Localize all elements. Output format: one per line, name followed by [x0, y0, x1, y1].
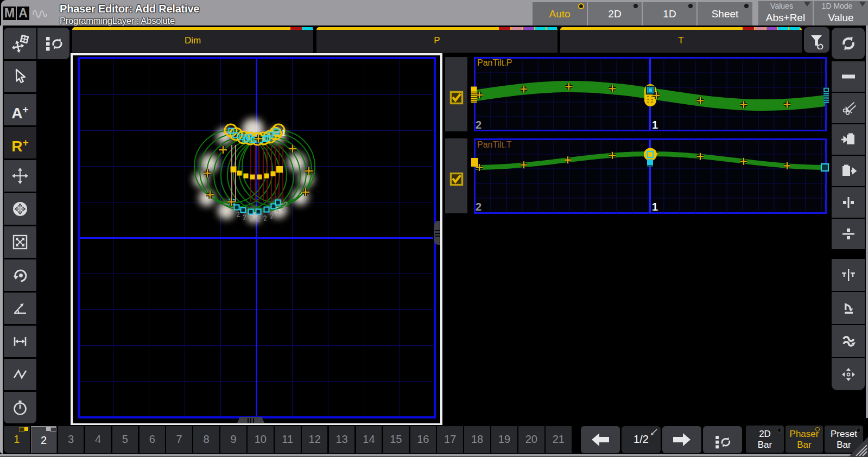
svg-text:2: 2 [236, 210, 241, 219]
svg-text:2: 2 [263, 214, 268, 223]
svg-text:2: 2 [242, 213, 248, 221]
svg-text:2: 2 [283, 200, 288, 209]
svg-text:1: 1 [281, 128, 286, 138]
